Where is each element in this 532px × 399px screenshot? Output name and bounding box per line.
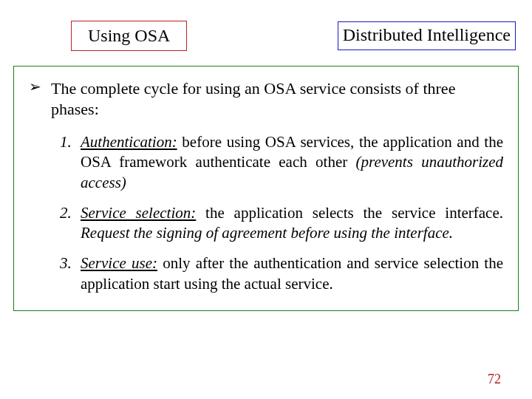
phase-list: Authentication: before using OSA service… [60, 132, 503, 294]
brand-label: Distributed Intelligence [343, 25, 511, 44]
intro-text: The complete cycle for using an OSA serv… [51, 78, 503, 119]
slide-title: Using OSA [88, 26, 170, 45]
phase-tail: Request the signing of agreement before … [81, 224, 453, 242]
slide-title-box: Using OSA [71, 21, 187, 51]
list-item: Service selection: the application selec… [60, 203, 503, 244]
phase-body: the application selects the service inte… [196, 204, 503, 222]
phase-name: Authentication: [81, 133, 177, 151]
brand-box: Distributed Intelligence [338, 21, 516, 50]
intro-row: ➢ The complete cycle for using an OSA se… [29, 78, 503, 119]
header-row: Using OSA Distributed Intelligence [0, 0, 532, 51]
list-item: Authentication: before using OSA service… [60, 132, 503, 193]
content-box: ➢ The complete cycle for using an OSA se… [13, 66, 519, 311]
phase-name: Service use: [81, 254, 157, 272]
arrow-bullet-icon: ➢ [29, 78, 42, 95]
phase-name: Service selection: [81, 204, 196, 222]
page-number: 72 [488, 372, 501, 387]
list-item: Service use: only after the authenticati… [60, 253, 503, 294]
